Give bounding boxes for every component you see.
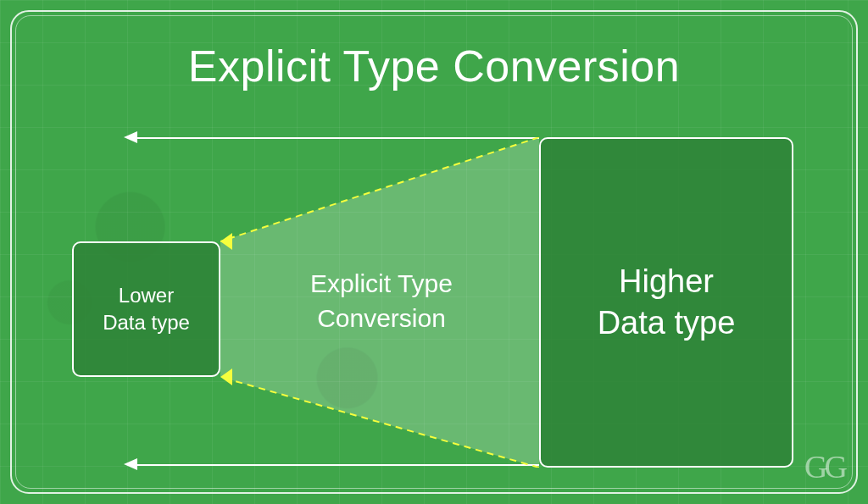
arrow-top-head-icon bbox=[124, 131, 137, 143]
lower-data-type-box: Lower Data type bbox=[72, 241, 220, 377]
connector-label-line1: Explicit Type bbox=[310, 269, 453, 297]
lower-box-line1: Lower bbox=[119, 284, 174, 307]
arrow-bottom-line bbox=[136, 464, 539, 466]
svg-marker-4 bbox=[220, 368, 232, 385]
arrow-top-line bbox=[136, 137, 539, 139]
diagram-title: Explicit Type Conversion bbox=[0, 41, 868, 91]
connector-label: Explicit Type Conversion bbox=[254, 267, 509, 335]
lower-box-line2: Data type bbox=[103, 311, 190, 334]
watermark-logo: GG bbox=[804, 448, 844, 485]
connector-label-line2: Conversion bbox=[317, 304, 446, 332]
arrow-bottom-head-icon bbox=[124, 458, 137, 470]
higher-box-line1: Higher bbox=[619, 263, 714, 299]
higher-data-type-box: Higher Data type bbox=[539, 137, 793, 468]
svg-line-1 bbox=[220, 137, 539, 241]
svg-marker-3 bbox=[220, 233, 232, 250]
svg-line-2 bbox=[220, 377, 539, 468]
higher-box-line2: Data type bbox=[598, 305, 736, 341]
diagram-area: Lower Data type Higher Data type Explici… bbox=[0, 119, 868, 474]
